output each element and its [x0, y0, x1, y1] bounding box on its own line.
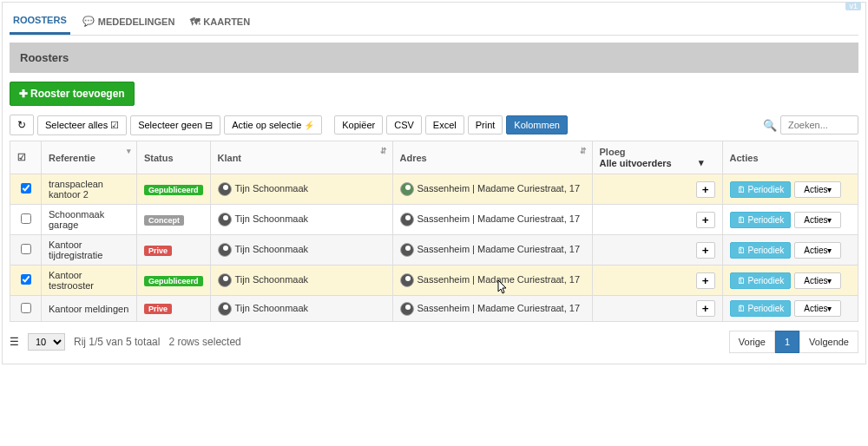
- col-klant-label: Klant: [218, 153, 242, 163]
- add-rooster-label: Rooster toevoegen: [30, 88, 125, 100]
- col-checkbox[interactable]: ☑: [10, 141, 42, 174]
- cell-referentie: Schoonmaak garage: [42, 205, 137, 235]
- tab-bar: ROOSTERS 💬 MEDEDELINGEN 🗺 KAARTEN: [10, 10, 858, 36]
- refresh-icon: ↻: [17, 119, 26, 131]
- row-actions-button[interactable]: Acties▾: [794, 272, 841, 289]
- row-checkbox[interactable]: [21, 303, 31, 313]
- periodiek-button[interactable]: 🗓 Periodiek: [730, 300, 792, 317]
- table-row: transpaclean kantoor 2GepubliceerdTijn S…: [10, 174, 858, 205]
- excel-button[interactable]: Excel: [425, 115, 464, 134]
- col-klant[interactable]: Klant⇵: [210, 141, 392, 174]
- columns-button[interactable]: Kolommen: [506, 115, 568, 134]
- tab-roosters-label: ROOSTERS: [13, 15, 67, 25]
- toolbar: ↻ Selecteer alles ☑ Selecteer geen ⊟ Act…: [10, 115, 858, 135]
- row-checkbox[interactable]: [21, 183, 31, 193]
- row-checkbox[interactable]: [21, 274, 31, 285]
- cell-adres: Sassenheim | Madame Curiestraat, 17: [392, 296, 592, 322]
- tab-mededelingen[interactable]: 💬 MEDEDELINGEN: [79, 10, 179, 35]
- calendar-icon: 🗓: [737, 246, 746, 255]
- cell-acties: 🗓 PeriodiekActies▾: [722, 296, 858, 322]
- add-ploeg-button[interactable]: +: [696, 272, 715, 289]
- bulk-action-button[interactable]: Actie op selectie ⚡: [224, 115, 322, 134]
- periodiek-button[interactable]: 🗓 Periodiek: [730, 181, 792, 198]
- cell-ploeg: +: [592, 296, 722, 322]
- tab-kaarten[interactable]: 🗺 KAARTEN: [187, 10, 253, 35]
- bolt-icon: ⚡: [304, 121, 314, 130]
- tab-mededelingen-label: MEDEDELINGEN: [98, 16, 175, 27]
- refresh-button[interactable]: ↻: [10, 115, 34, 135]
- row-checkbox[interactable]: [21, 213, 31, 224]
- cell-klant: Tijn Schoonmaak: [210, 174, 392, 205]
- cell-klant: Tijn Schoonmaak: [210, 205, 392, 235]
- row-checkbox[interactable]: [21, 244, 31, 254]
- cell-referentie: Kantoor meldingen: [42, 296, 137, 322]
- add-ploeg-button[interactable]: +: [696, 212, 715, 228]
- cell-referentie: Kantoor tijdregistratie: [42, 235, 137, 266]
- table-row: Kantoor testroosterGepubliceerdTijn Scho…: [10, 266, 858, 296]
- periodiek-button[interactable]: 🗓 Periodiek: [730, 242, 792, 259]
- cell-status: Prive: [137, 296, 211, 322]
- select-none-button[interactable]: Selecteer geen ⊟: [130, 115, 220, 135]
- row-range: Rij 1/5 van 5 totaal: [74, 336, 160, 348]
- cell-klant: Tijn Schoonmaak: [210, 266, 392, 296]
- cell-ploeg: +: [592, 235, 722, 266]
- ploeg-filter-value: Alle uitvoerders: [600, 158, 672, 168]
- cell-klant: Tijn Schoonmaak: [210, 296, 392, 322]
- check-icon: ☑: [110, 120, 119, 131]
- cell-ploeg: +: [592, 266, 722, 296]
- calendar-icon: 🗓: [737, 304, 746, 313]
- edit-icon: ☑: [17, 152, 26, 162]
- pager: Vorige 1 Volgende: [729, 331, 858, 353]
- col-status-label: Status: [144, 153, 174, 163]
- cell-adres: Sassenheim | Madame Curiestraat, 17: [392, 205, 592, 235]
- cell-adres: Sassenheim | Madame Curiestraat, 17: [392, 266, 592, 296]
- col-status[interactable]: Status: [137, 141, 211, 174]
- select-all-button[interactable]: Selecteer alles ☑: [37, 115, 127, 135]
- copy-button[interactable]: Kopiëer: [334, 115, 383, 134]
- cell-klant: Tijn Schoonmaak: [210, 235, 392, 266]
- tab-roosters[interactable]: ROOSTERS: [10, 10, 70, 35]
- map-icon: 🗺: [190, 16, 200, 27]
- periodiek-button[interactable]: 🗓 Periodiek: [730, 212, 792, 228]
- status-badge: Prive: [144, 304, 172, 314]
- add-ploeg-button[interactable]: +: [696, 181, 715, 198]
- add-ploeg-button[interactable]: +: [696, 300, 715, 317]
- speech-icon: 💬: [82, 16, 95, 27]
- col-referentie[interactable]: Referentie▾: [42, 141, 137, 174]
- add-ploeg-button[interactable]: +: [696, 242, 715, 259]
- table-footer: ☰ 10 Rij 1/5 van 5 totaal 2 rows selecte…: [10, 322, 858, 357]
- row-actions-button[interactable]: Acties▾: [794, 242, 841, 259]
- row-actions-button[interactable]: Acties▾: [794, 181, 841, 198]
- table-row: Schoonmaak garageConceptTijn SchoonmaakS…: [10, 205, 858, 235]
- tab-kaarten-label: KAARTEN: [203, 16, 250, 27]
- cell-status: Gepubliceerd: [137, 266, 211, 296]
- select-none-label: Selecteer geen: [138, 120, 202, 130]
- print-button[interactable]: Print: [468, 115, 503, 134]
- avatar: [218, 273, 232, 287]
- version-badge: v1: [845, 2, 861, 10]
- rows-selected: 2 rows selected: [168, 336, 240, 348]
- pager-next[interactable]: Volgende: [799, 331, 858, 353]
- col-adres[interactable]: Adres⇵: [392, 141, 592, 174]
- pager-page-1[interactable]: 1: [775, 331, 799, 353]
- row-actions-button[interactable]: Acties▾: [794, 212, 841, 228]
- page-title: Roosters: [10, 43, 858, 73]
- row-actions-button[interactable]: Acties▾: [794, 300, 841, 317]
- chevron-down-icon: ▾: [699, 157, 704, 168]
- col-acties-label: Acties: [730, 153, 759, 163]
- select-all-label: Selecteer alles: [45, 120, 108, 130]
- search-input[interactable]: [780, 115, 858, 134]
- col-adres-label: Adres: [400, 153, 427, 163]
- plus-icon: ✚: [19, 88, 28, 100]
- col-ploeg[interactable]: Ploeg Alle uitvoerders ▾: [592, 141, 722, 174]
- page-size-select[interactable]: 10: [28, 333, 65, 351]
- calendar-icon: 🗓: [737, 276, 746, 285]
- cell-status: Concept: [137, 205, 211, 235]
- ploeg-filter-select[interactable]: Alle uitvoerders ▾: [600, 157, 704, 168]
- add-rooster-button[interactable]: ✚ Rooster toevoegen: [10, 82, 135, 106]
- cell-referentie: Kantoor testrooster: [42, 266, 137, 296]
- csv-button[interactable]: CSV: [386, 115, 422, 134]
- periodiek-button[interactable]: 🗓 Periodiek: [730, 272, 792, 289]
- pager-prev[interactable]: Vorige: [729, 331, 775, 353]
- cell-acties: 🗓 PeriodiekActies▾: [722, 174, 858, 205]
